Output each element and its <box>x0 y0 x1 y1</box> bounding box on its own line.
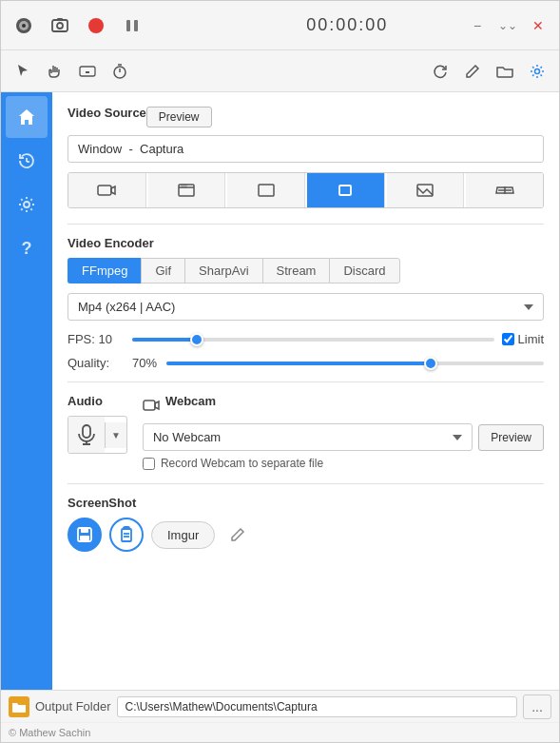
video-source-title: Video Source <box>68 106 146 120</box>
webcam-preview-button[interactable]: Preview <box>478 424 544 451</box>
quality-value: 70% <box>132 356 159 370</box>
screenshot-edit-button[interactable] <box>222 519 253 550</box>
encoder-tabs: FFmpeg Gif SharpAvi Stream Discard <box>68 258 544 284</box>
app-window: 00:00:00 − ⌄⌄ ✕ <box>0 0 560 743</box>
divider-2 <box>68 381 544 382</box>
audio-webcam-row: Audio ▼ Webcam <box>68 394 544 470</box>
sidebar-item-home[interactable] <box>6 96 48 138</box>
svg-rect-3 <box>52 20 68 31</box>
sidebar: ? <box>1 92 52 690</box>
webcam-dropdown-row: No Webcam Preview <box>143 423 544 451</box>
video-source-preview-button[interactable]: Preview <box>146 107 212 127</box>
encoder-tab-ffmpeg[interactable]: FFmpeg <box>68 258 141 284</box>
screen-region-source-button[interactable] <box>148 173 226 207</box>
webcam-section: Webcam No Webcam Preview Record Webcam t… <box>143 394 544 470</box>
full-screen-source-button[interactable] <box>227 173 305 207</box>
sidebar-item-settings[interactable] <box>6 184 48 225</box>
minimize-button[interactable]: − <box>464 12 491 39</box>
svg-rect-24 <box>98 186 111 195</box>
output-path-input[interactable] <box>117 696 518 717</box>
title-bar-right: − ⌄⌄ ✕ <box>464 12 551 39</box>
svg-rect-39 <box>80 536 89 540</box>
copyright-bar: © Mathew Sachin <box>1 722 559 742</box>
encoder-tab-sharpavi[interactable]: SharpAvi <box>184 258 262 284</box>
audio-title: Audio <box>68 394 127 408</box>
timer-tool-button[interactable] <box>106 57 134 86</box>
video-source-section: Video Source Preview <box>68 106 544 208</box>
source-type-buttons <box>68 172 544 208</box>
copyright-text: © Mathew Sachin <box>9 727 90 738</box>
webcam-title: Webcam <box>165 394 216 408</box>
video-encoder-title: Video Encoder <box>68 236 544 250</box>
region-source-button[interactable] <box>307 173 385 207</box>
pen-tool-button[interactable] <box>458 57 487 86</box>
output-folder-icon[interactable] <box>9 696 29 717</box>
fps-value: 10 <box>99 332 112 346</box>
app-icon-button[interactable] <box>9 10 39 41</box>
window-source-button[interactable] <box>387 173 465 207</box>
encoder-tab-gif[interactable]: Gif <box>141 258 184 284</box>
fps-row: FPS: 10 Limit <box>68 332 544 346</box>
record-button[interactable] <box>81 10 111 41</box>
pause-button[interactable] <box>117 10 147 41</box>
webcam-source-button[interactable] <box>68 173 146 207</box>
screenshot-clipboard-button[interactable] <box>109 518 144 552</box>
svg-point-6 <box>88 18 104 33</box>
video-source-input[interactable] <box>68 135 544 163</box>
screenshot-button[interactable] <box>45 10 75 41</box>
output-folder-label: Output Folder <box>35 699 111 714</box>
quality-row: Quality: 70% <box>68 356 544 370</box>
svg-rect-40 <box>122 529 131 541</box>
record-webcam-row: Record Webcam to separate file <box>143 457 544 470</box>
svg-rect-38 <box>81 528 88 533</box>
video-encoder-section: Video Encoder FFmpeg Gif SharpAvi Stream… <box>68 236 544 370</box>
mic-dropdown-button[interactable]: ▼ <box>105 422 126 448</box>
keyboard-tool-button[interactable] <box>73 57 102 86</box>
hand-tool-button[interactable] <box>41 57 69 86</box>
svg-rect-32 <box>83 425 90 438</box>
fps-slider-track[interactable] <box>132 338 494 342</box>
rotate-tool-button[interactable] <box>426 57 454 86</box>
record-webcam-checkbox[interactable] <box>143 458 155 470</box>
folder-tool-button[interactable] <box>491 57 519 86</box>
svg-point-4 <box>57 23 63 29</box>
divider-3 <box>68 483 544 484</box>
encoder-tab-discard[interactable]: Discard <box>329 258 399 284</box>
settings-tool-button[interactable] <box>523 57 551 86</box>
svg-rect-8 <box>134 20 138 31</box>
close-button[interactable]: ✕ <box>525 12 551 39</box>
sidebar-item-help[interactable]: ? <box>6 227 48 269</box>
quality-label: Quality: <box>68 356 125 370</box>
svg-point-2 <box>22 24 26 28</box>
svg-point-23 <box>24 202 29 207</box>
imgur-button[interactable]: Imgur <box>151 521 215 549</box>
more-button[interactable]: ... <box>523 694 551 719</box>
mic-main-button[interactable] <box>68 417 105 453</box>
main-content: ? Video Source Preview <box>1 92 559 690</box>
screenshot-save-button[interactable] <box>68 518 102 552</box>
mic-button-group: ▼ <box>68 416 127 454</box>
svg-rect-7 <box>126 20 130 31</box>
screenshot-title: ScreenShot <box>68 496 544 510</box>
webcam-dropdown[interactable]: No Webcam <box>143 423 473 451</box>
audio-section: Audio ▼ <box>68 394 127 470</box>
fps-label: FPS: 10 <box>68 332 125 346</box>
sidebar-item-history[interactable] <box>6 140 48 182</box>
fps-limit-label: Limit <box>518 332 544 346</box>
svg-rect-29 <box>259 185 274 196</box>
title-bar-left <box>9 10 231 41</box>
encoder-tab-stream[interactable]: Stream <box>262 258 330 284</box>
game-source-button[interactable] <box>466 173 543 207</box>
svg-rect-28 <box>182 185 186 187</box>
svg-marker-25 <box>111 186 115 194</box>
divider-1 <box>68 224 544 225</box>
expand-button[interactable]: ⌄⌄ <box>494 12 521 39</box>
fps-limit-checkbox[interactable] <box>502 333 514 345</box>
cursor-tool-button[interactable] <box>9 57 37 86</box>
status-bar: Output Folder ... <box>1 690 559 722</box>
codec-dropdown[interactable]: Mp4 (x264 | AAC) Mp4 (x265 | AAC) Avi Mk… <box>68 293 544 321</box>
content-panel: Video Source Preview <box>52 92 559 690</box>
svg-rect-35 <box>144 401 155 410</box>
record-webcam-label: Record Webcam to separate file <box>161 457 323 470</box>
quality-slider-track[interactable] <box>166 362 544 365</box>
